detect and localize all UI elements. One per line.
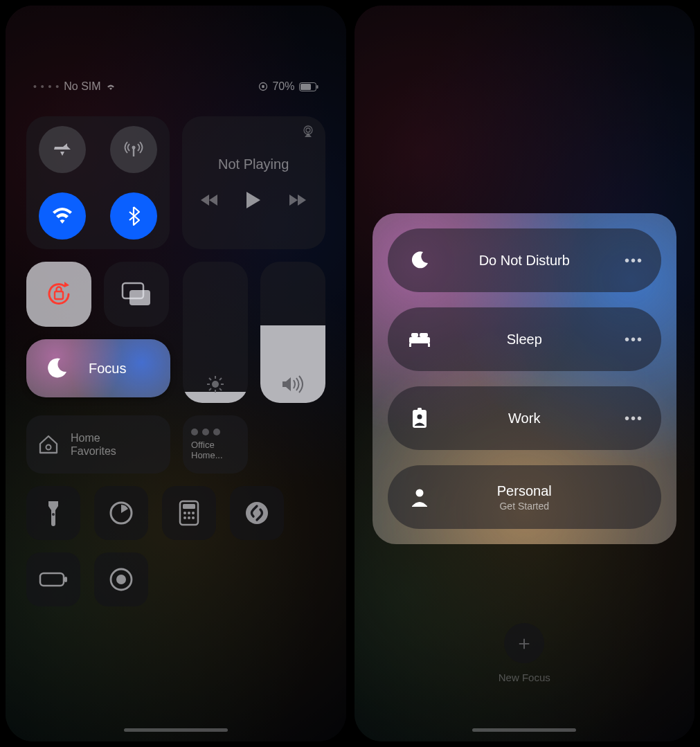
signal-dots-icon: • • • • xyxy=(33,81,60,92)
battery-pct-label: 70% xyxy=(272,80,294,93)
focus-item-label: Personal xyxy=(497,483,552,498)
play-icon xyxy=(245,190,262,210)
calculator-button[interactable] xyxy=(162,486,216,540)
shazam-button[interactable] xyxy=(230,486,284,540)
focus-item-label: Work xyxy=(508,411,540,426)
control-center-grid: Not Playing xyxy=(26,116,325,606)
phone-control-center: • • • • No SIM 70% xyxy=(6,6,346,741)
home-indicator[interactable] xyxy=(472,728,576,732)
phone-focus-sheet: Do Not Disturb ••• Sleep ••• Work ••• Pe… xyxy=(355,6,695,741)
svg-rect-3 xyxy=(316,85,318,89)
wifi-toggle[interactable] xyxy=(39,192,86,240)
antenna-icon xyxy=(123,139,144,160)
shazam-icon xyxy=(244,500,270,526)
svg-point-36 xyxy=(116,575,126,584)
focus-tile-label: Focus xyxy=(89,361,126,377)
svg-point-29 xyxy=(183,516,186,519)
focus-item-personal[interactable]: Personal Get Started xyxy=(388,465,662,529)
svg-rect-4 xyxy=(300,84,311,90)
svg-point-27 xyxy=(188,512,190,514)
rotation-lock-icon xyxy=(44,279,74,309)
home-line2: Favorites xyxy=(71,444,116,458)
record-icon xyxy=(108,566,134,593)
svg-point-5 xyxy=(132,146,136,150)
bluetooth-toggle[interactable] xyxy=(110,192,157,240)
media-prev-button[interactable] xyxy=(201,194,219,206)
svg-point-8 xyxy=(306,128,310,132)
focus-item-work[interactable]: Work ••• xyxy=(388,386,662,450)
focus-item-label: Sleep xyxy=(507,332,542,347)
focus-tile[interactable]: Focus xyxy=(26,339,170,397)
plus-icon: ＋ xyxy=(504,623,544,663)
svg-line-18 xyxy=(219,388,222,390)
svg-rect-11 xyxy=(129,290,150,305)
timer-icon xyxy=(108,500,134,526)
svg-point-26 xyxy=(183,512,186,514)
sim-status-label: No SIM xyxy=(64,80,100,93)
svg-rect-34 xyxy=(64,577,67,582)
bluetooth-icon xyxy=(127,206,141,226)
flashlight-icon xyxy=(45,499,62,527)
airplay-icon[interactable] xyxy=(300,125,316,138)
svg-point-31 xyxy=(192,516,195,519)
focus-modes-panel: Do Not Disturb ••• Sleep ••• Work ••• Pe… xyxy=(373,213,677,544)
low-power-button[interactable] xyxy=(26,552,80,606)
svg-line-17 xyxy=(209,378,211,380)
svg-point-21 xyxy=(46,445,51,450)
screen-mirroring-toggle[interactable] xyxy=(104,262,169,327)
home-line1: Home xyxy=(71,431,116,444)
media-tile[interactable]: Not Playing xyxy=(182,116,325,249)
battery-icon xyxy=(299,82,318,91)
home-favorites-tile[interactable]: Home Favorites xyxy=(26,415,170,474)
office-status-dots-icon xyxy=(191,429,220,435)
media-play-button[interactable] xyxy=(245,190,262,210)
focus-item-sleep[interactable]: Sleep ••• xyxy=(388,307,662,371)
brightness-fill xyxy=(183,392,248,403)
svg-point-30 xyxy=(188,516,190,519)
svg-rect-9 xyxy=(55,291,63,299)
svg-rect-33 xyxy=(40,573,64,586)
svg-rect-6 xyxy=(133,149,134,156)
wifi-icon xyxy=(51,207,73,225)
status-bar: • • • • No SIM 70% xyxy=(6,80,346,93)
svg-point-12 xyxy=(212,381,219,388)
connectivity-tile[interactable] xyxy=(26,116,170,249)
battery-outline-icon xyxy=(39,572,68,587)
rotation-lock-status-icon xyxy=(258,82,268,91)
brightness-slider[interactable] xyxy=(183,262,248,403)
svg-point-22 xyxy=(52,513,55,516)
office-home-tile[interactable]: Office Home... xyxy=(183,415,248,474)
prev-track-icon xyxy=(201,194,219,206)
airplane-mode-toggle[interactable] xyxy=(39,126,86,173)
screen-mirroring-icon xyxy=(120,281,152,307)
timer-button[interactable] xyxy=(94,486,148,540)
new-focus-button[interactable]: ＋ New Focus xyxy=(355,623,695,683)
wifi-status-icon xyxy=(105,82,116,91)
focus-item-do-not-disturb[interactable]: Do Not Disturb ••• xyxy=(388,228,662,292)
media-next-button[interactable] xyxy=(288,194,306,206)
svg-line-19 xyxy=(219,378,222,380)
home-icon xyxy=(37,434,60,455)
svg-rect-1 xyxy=(262,85,264,88)
speaker-icon xyxy=(260,375,325,393)
media-state-label: Not Playing xyxy=(218,156,289,172)
volume-slider[interactable] xyxy=(260,262,325,403)
home-indicator[interactable] xyxy=(124,728,228,732)
sun-icon xyxy=(183,375,248,393)
calculator-icon xyxy=(179,500,199,526)
screen-record-button[interactable] xyxy=(94,552,148,606)
svg-rect-25 xyxy=(183,504,195,509)
new-focus-label: New Focus xyxy=(499,672,550,683)
svg-point-28 xyxy=(192,512,195,514)
airplane-icon xyxy=(52,139,73,160)
focus-item-sublabel: Get Started xyxy=(388,501,662,512)
next-track-icon xyxy=(288,194,306,206)
orientation-lock-toggle[interactable] xyxy=(26,262,91,327)
cellular-data-toggle[interactable] xyxy=(110,126,157,173)
svg-line-20 xyxy=(209,388,211,390)
moon-icon xyxy=(39,350,75,386)
focus-item-label: Do Not Disturb xyxy=(479,253,570,268)
flashlight-button[interactable] xyxy=(26,486,80,540)
office-label: Office Home... xyxy=(191,440,240,460)
